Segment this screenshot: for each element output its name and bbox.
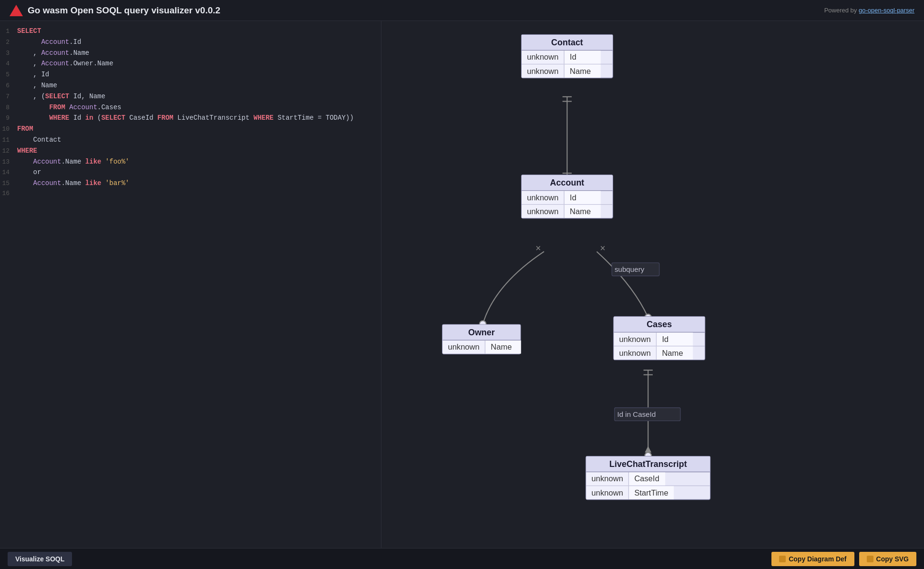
powered-by-link[interactable]: go-open-soql-parser: [859, 7, 914, 14]
main-content: 1SELECT2 Account.Id3 , Account.Name4 , A…: [0, 21, 924, 548]
line-content: , Account.Owner.Name: [17, 58, 113, 69]
plain-token: or: [17, 168, 41, 176]
entity-owner-title: Owner: [442, 325, 520, 341]
entity-contact: Contact unknown Id unknown Name: [521, 34, 613, 79]
cases-name-left: unknown: [614, 346, 657, 360]
line-number: 4: [0, 59, 17, 69]
copy-svg-label: Copy SVG: [876, 555, 909, 563]
keyword-token: WHERE: [254, 114, 274, 122]
plain-token: .Name: [61, 158, 85, 166]
plain-token: StartTime = TODAY)): [274, 114, 354, 122]
keyword-token: FROM: [17, 125, 33, 133]
keyword-token: WHERE: [17, 147, 37, 155]
svg-marker-15: [645, 446, 651, 453]
livechat-starttime-left: unknown: [586, 486, 629, 499]
line-content: FROM Account.Cases: [17, 102, 121, 113]
visualize-button[interactable]: Visualize SOQL: [8, 552, 72, 566]
copy-diagram-icon: [779, 556, 786, 562]
app-title: Go wasm Open SOQL query visualizer v0.0.…: [28, 5, 220, 16]
plain-token: .Name: [69, 49, 89, 57]
contact-id-left: unknown: [522, 51, 565, 64]
entity-contact-title: Contact: [522, 35, 613, 51]
string-token: 'bar%': [105, 179, 129, 187]
footer-right-buttons: Copy Diagram Def Copy SVG: [771, 552, 916, 566]
cases-id-left: unknown: [614, 332, 657, 346]
svg-text:×: ×: [600, 243, 606, 253]
line-number: 13: [0, 157, 17, 167]
plain-token: ,: [17, 60, 41, 67]
line-content: , Id: [17, 69, 49, 80]
code-line: 6 , Name: [0, 80, 381, 91]
keyword-token: in: [85, 114, 93, 122]
line-number: 3: [0, 49, 17, 59]
code-line: 16: [0, 189, 381, 199]
line-content: Account.Name like 'bar%': [17, 178, 129, 188]
keyword-token: FROM: [157, 114, 174, 122]
line-content: FROM: [17, 124, 33, 134]
copy-svg-button[interactable]: Copy SVG: [859, 552, 916, 566]
svg-text:×: ×: [535, 243, 541, 253]
line-content: , Name: [17, 80, 57, 91]
code-line: 14 or: [0, 167, 381, 178]
code-line: 2 Account.Id: [0, 37, 381, 48]
svg-text:subquery: subquery: [615, 265, 645, 273]
powered-by: Powered by go-open-soql-parser: [824, 7, 914, 14]
app-header: Go wasm Open SOQL query visualizer v0.0.…: [0, 0, 924, 21]
header-left: Go wasm Open SOQL query visualizer v0.0.…: [10, 5, 220, 16]
plain-token: [17, 179, 33, 187]
line-number: 5: [0, 70, 17, 80]
entity-account: Account unknown Id unknown Name: [521, 175, 613, 219]
code-line: 7 , (SELECT Id, Name: [0, 91, 381, 102]
plain-token: .Owner.Name: [69, 60, 113, 67]
object-token: Account: [17, 38, 69, 46]
copy-diagram-button[interactable]: Copy Diagram Def: [771, 552, 854, 566]
code-line: 8 FROM Account.Cases: [0, 102, 381, 113]
line-number: 2: [0, 38, 17, 48]
owner-name-right: Name: [485, 341, 521, 354]
logo-icon: [10, 5, 23, 16]
entity-account-row-id: unknown Id: [522, 191, 613, 205]
keyword-token: like: [85, 179, 102, 187]
entity-cases: Cases unknown Id unknown Name: [613, 316, 705, 361]
account-id-right: Id: [565, 191, 601, 204]
line-number: 12: [0, 146, 17, 156]
plain-token: Id, Name: [69, 93, 105, 100]
entity-account-title: Account: [522, 175, 613, 191]
plain-token: [65, 103, 69, 111]
entity-livechat-title: LiveChatTranscript: [586, 456, 710, 472]
plain-token: [101, 179, 105, 187]
object-token: Account: [41, 49, 69, 57]
plain-token: LiveChatTranscript: [174, 114, 254, 122]
account-name-right: Name: [565, 205, 601, 218]
cases-name-right: Name: [657, 346, 693, 360]
line-number: 7: [0, 92, 17, 102]
account-id-left: unknown: [522, 191, 565, 204]
cases-id-right: Id: [657, 332, 693, 346]
entity-livechat-row-starttime: unknown StartTime: [586, 486, 710, 499]
line-number: 15: [0, 179, 17, 189]
plain-token: , Name: [17, 82, 57, 89]
plain-token: ,: [17, 49, 41, 57]
livechat-starttime-right: StartTime: [629, 486, 673, 499]
line-content: SELECT: [17, 26, 41, 36]
entity-owner: Owner unknown Name: [442, 324, 521, 354]
code-line: 10FROM: [0, 124, 381, 134]
code-line: 3 , Account.Name: [0, 48, 381, 59]
code-line: 11 Contact: [0, 134, 381, 145]
plain-token: [17, 114, 49, 122]
keyword-token: like: [85, 158, 102, 166]
keyword-token: SELECT: [17, 27, 41, 35]
plain-token: [101, 158, 105, 166]
entity-cases-title: Cases: [614, 317, 705, 332]
entity-cases-row-name: unknown Name: [614, 346, 705, 360]
powered-by-prefix: Powered by: [824, 7, 859, 14]
line-content: WHERE Id in (SELECT CaseId FROM LiveChat…: [17, 113, 354, 123]
entity-contact-row-id: unknown Id: [522, 51, 613, 64]
footer: Visualize SOQL Copy Diagram Def Copy SVG: [0, 548, 924, 569]
line-number: 10: [0, 124, 17, 134]
code-line: 4 , Account.Owner.Name: [0, 58, 381, 69]
code-line: 1SELECT: [0, 26, 381, 37]
keyword-token: WHERE: [49, 114, 69, 122]
code-editor[interactable]: 1SELECT2 Account.Id3 , Account.Name4 , A…: [0, 21, 381, 548]
plain-token: , (: [17, 93, 45, 100]
